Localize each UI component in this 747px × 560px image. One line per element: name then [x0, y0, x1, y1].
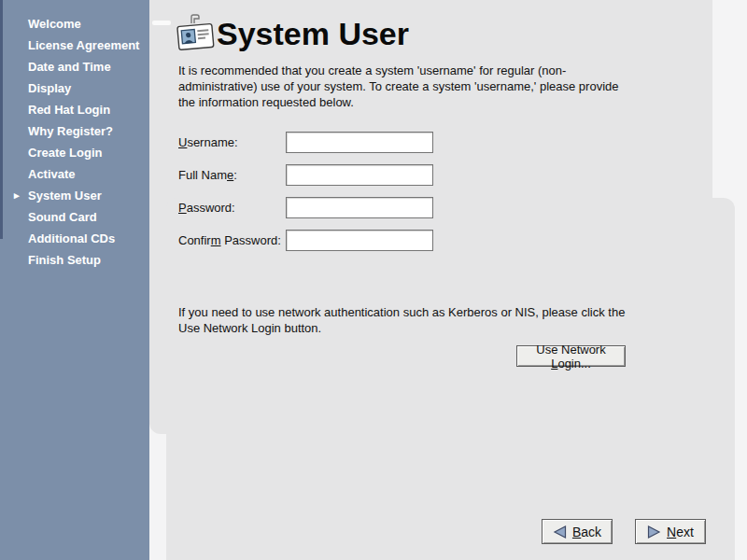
sidebar-item-label: Finish Setup — [28, 253, 101, 267]
sidebar-item-welcome: Welcome — [0, 13, 149, 35]
label-text: ack — [581, 525, 601, 539]
confirm-password-label: Confirm Password: — [178, 233, 286, 247]
sidebar-item-display: Display — [0, 77, 149, 99]
wizard-step-list: Welcome License Agreement Date and Time … — [0, 13, 149, 271]
intro-text: It is recommended that you create a syst… — [178, 63, 664, 110]
sidebar-item-create-login: Create Login — [0, 142, 149, 163]
username-input[interactable] — [286, 132, 433, 153]
sidebar-item-why-register: Why Register? — [0, 120, 149, 142]
active-step-arrow-icon: ▸ — [14, 185, 20, 206]
sidebar-item-label: Welcome — [28, 17, 81, 31]
sidebar-item-label: Display — [28, 81, 71, 95]
sidebar-item-label: Activate — [28, 167, 76, 181]
sidebar-item-label: Date and Time — [28, 60, 111, 74]
use-network-login-button[interactable]: Use Network Login... — [516, 345, 626, 367]
back-arrow-icon — [553, 525, 567, 539]
id-badge-icon — [175, 12, 216, 55]
page-title: System User — [217, 16, 409, 52]
full-name-label: Full Name: — [178, 168, 286, 182]
label-text: ogin... — [557, 357, 590, 371]
sidebar-item-system-user-active: ▸ System User — [0, 185, 149, 206]
sidebar-item-label: Create Login — [28, 146, 102, 160]
label-text: sername: — [187, 135, 237, 149]
firstboot-window: Welcome License Agreement Date and Time … — [0, 0, 747, 560]
sidebar-item-label: License Agreement — [28, 38, 139, 52]
label-text: : — [233, 168, 237, 182]
next-arrow-icon — [647, 525, 661, 539]
sidebar-item-label: Why Register? — [28, 124, 113, 138]
form-row-password: Password: — [178, 197, 433, 218]
sidebar-item-label: System User — [28, 189, 102, 203]
label-text: ext — [676, 525, 694, 539]
button-label: Use Network Login... — [523, 343, 619, 371]
next-button[interactable]: Next — [635, 519, 706, 544]
form-row-full-name: Full Name: — [178, 164, 433, 186]
label-mnemonic: N — [667, 525, 676, 539]
sidebar-item-label: Additional CDs — [28, 231, 115, 245]
back-button[interactable]: Back — [542, 519, 613, 544]
label-text: Password: — [221, 233, 281, 247]
sidebar-item-sound-card: Sound Card — [0, 206, 149, 228]
password-label: Password: — [178, 201, 286, 215]
label-text: Full Nam — [178, 168, 227, 182]
form-row-username: Username: — [178, 132, 433, 153]
label-mnemonic: U — [178, 135, 187, 149]
sidebar-item-license-agreement: License Agreement — [0, 35, 149, 56]
label-text: assword: — [187, 201, 235, 215]
username-label: Username: — [178, 135, 286, 149]
label-text: Use Network — [536, 343, 605, 357]
sidebar-item-label: Red Hat Login — [28, 103, 110, 117]
full-name-input[interactable] — [286, 164, 433, 186]
password-input[interactable] — [286, 197, 433, 218]
button-label: Back — [572, 525, 601, 539]
sidebar-item-additional-cds: Additional CDs — [0, 228, 149, 249]
sidebar-item-activate: Activate — [0, 163, 149, 185]
label-mnemonic: B — [572, 525, 581, 539]
confirm-password-input[interactable] — [286, 230, 433, 251]
sidebar-item-date-and-time: Date and Time — [0, 56, 149, 77]
label-mnemonic: m — [211, 233, 221, 247]
sidebar-item-label: Sound Card — [28, 210, 97, 224]
form-row-confirm-password: Confirm Password: — [178, 230, 433, 251]
button-label: Next — [667, 525, 694, 539]
sidebar: Welcome License Agreement Date and Time … — [0, 0, 149, 560]
label-mnemonic: P — [178, 201, 187, 215]
sidebar-connector-dash — [152, 21, 171, 25]
user-form: Username: Full Name: Password: Confirm P… — [178, 132, 433, 262]
content-area: System User It is recommended that you c… — [149, 0, 747, 560]
label-text: Confir — [178, 233, 211, 247]
sidebar-item-finish-setup: Finish Setup — [0, 249, 149, 271]
sidebar-item-red-hat-login: Red Hat Login — [0, 99, 149, 120]
network-auth-text: If you need to use network authenticatio… — [178, 304, 664, 336]
